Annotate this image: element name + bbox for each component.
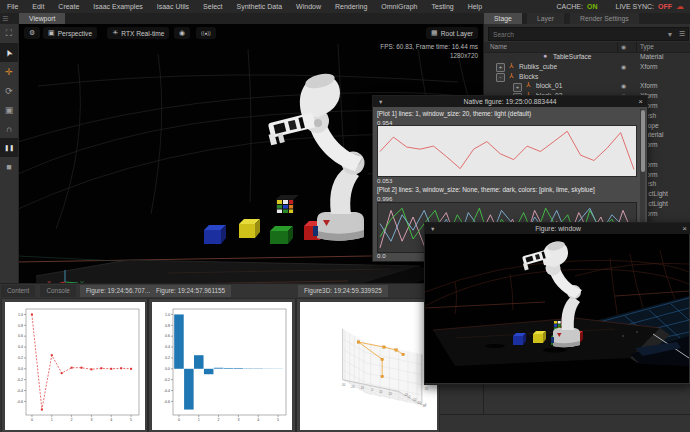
menu-testing[interactable]: Testing [424, 3, 460, 10]
block-yellow [239, 219, 260, 238]
visibility-eye-icon[interactable]: ◉ [621, 63, 626, 70]
column-type: Type [640, 43, 654, 50]
close-icon[interactable]: × [682, 224, 687, 234]
menu-omnigraph[interactable]: OmniGraph [374, 3, 424, 10]
figure-panel-1: 1.00.80.60.40.20.0-0.2-0.4-0.6012345 [1, 298, 148, 432]
tab-viewport[interactable]: Viewport [19, 13, 65, 24]
menu-edit[interactable]: Edit [25, 3, 51, 10]
cursor-select-icon[interactable]: ➤ [0, 43, 18, 62]
prim-name: TableSurface [553, 53, 592, 60]
tab-stage[interactable]: Stage [484, 13, 522, 24]
menu-items: FileEditCreateIsaac ExamplesIsaac UtilsS… [0, 3, 489, 10]
plot1-min-label: 0.053 [377, 177, 392, 184]
root-layer-label: Root Layer [441, 30, 473, 37]
close-icon[interactable]: × [638, 97, 643, 107]
prim-name: block_01 [536, 82, 562, 89]
cursor-select-icon: ➤ [3, 47, 15, 58]
menu-rendering[interactable]: Rendering [328, 3, 374, 10]
tree-row-tablesurface[interactable]: ●TableSurfaceMaterial [484, 52, 690, 62]
select-mode-icon[interactable]: ⛶ [0, 24, 18, 43]
rotate-tool-icon[interactable]: ⟳ [0, 81, 18, 100]
svg-text:2: 2 [71, 418, 73, 422]
pause-button-icon[interactable]: ❚❚ [0, 138, 18, 157]
menu-isaac-examples[interactable]: Isaac Examples [86, 3, 149, 10]
layer-grid-icon: ▦ [431, 29, 438, 37]
prim-type: Material [640, 53, 663, 60]
eye-icon: ◉ [179, 29, 185, 37]
tab-content[interactable]: Content [1, 285, 35, 297]
figure-window-scene [425, 234, 689, 383]
svg-text:-0.6: -0.6 [17, 400, 23, 404]
tree-row-block-01[interactable]: +⅄block_01◉Xform [484, 81, 690, 91]
tree-row-rubiks-cube[interactable]: +⅄Rubiks_cube◉Xform [484, 62, 690, 72]
live-sync-label: LIVE SYNC: [615, 3, 654, 10]
svg-text:0.4: 0.4 [18, 345, 23, 349]
search-input[interactable] [489, 29, 664, 39]
figure-window: ▼ Figure: window × [424, 222, 690, 385]
svg-text:0.0: 0.0 [165, 367, 170, 371]
cloud-icon[interactable]: ☁ [676, 2, 684, 11]
menu-create[interactable]: Create [51, 3, 86, 10]
menu-select[interactable]: Select [196, 3, 229, 10]
list-options-icon[interactable]: ☰ [676, 30, 688, 38]
svg-text:-30: -30 [341, 383, 346, 387]
tab-console[interactable]: Console [40, 285, 75, 297]
tab-render-settings[interactable]: Render Settings [570, 13, 639, 24]
renderer-selector-button[interactable]: ☀ RTX Real-time [107, 27, 169, 39]
menu-file[interactable]: File [0, 3, 25, 10]
menu-help[interactable]: Help [461, 3, 489, 10]
select-mode-icon: ⛶ [6, 28, 12, 39]
snap-tool-icon: ∩ [6, 124, 12, 134]
tree-row-blocks[interactable]: -⅄Blocks [484, 72, 690, 82]
visibility-button[interactable]: ◉ [174, 27, 190, 39]
tab-figure-19-24-57-961155[interactable]: Figure: 19:24:57.961155 [150, 285, 231, 297]
svg-text:1: 1 [198, 418, 200, 422]
scrollbar-thumb[interactable] [641, 110, 645, 172]
fps-readout: FPS: 60.83, Frame time: 16.44 ms [380, 43, 478, 50]
column-name: Name [490, 43, 507, 50]
search-bar: ▼ ☰ [488, 27, 689, 41]
svg-text:0.6: 0.6 [18, 334, 23, 338]
plot1-canvas [377, 125, 637, 177]
scale-tool-icon[interactable]: ▣ [0, 100, 18, 119]
collapse-icon[interactable]: ▼ [430, 226, 435, 232]
svg-text:-0.2: -0.2 [164, 378, 170, 382]
svg-text:4: 4 [110, 418, 112, 422]
plot2-header: [Plot 2] lines: 3, window_size: None, th… [377, 186, 595, 193]
viewport-settings-button[interactable]: ⚙ [24, 27, 40, 39]
xform-gizmo-icon: ⅄ [509, 62, 513, 70]
figure-window-titlebar[interactable]: ▼ Figure: window × [425, 223, 690, 234]
tab-layer[interactable]: Layer [527, 13, 564, 24]
gear-icon: ⚙ [29, 29, 35, 37]
figure-3d-chart: -30-20-1001020-1001020300204060 [300, 302, 437, 430]
root-layer-button[interactable]: ▦ Root Layer [426, 27, 478, 39]
camera-label: Perspective [58, 30, 92, 37]
menu-synthetic-data[interactable]: Synthetic Data [230, 3, 290, 10]
tab-figure-19-24-56-707[interactable]: Figure: 19:24:56.707... [80, 285, 156, 297]
svg-text:10: 10 [379, 390, 383, 394]
left-toolbar: ⛶➤✛⟳▣∩❚❚■ [0, 24, 19, 283]
filter-icon[interactable]: ▼ [664, 31, 676, 38]
svg-text:1.0: 1.0 [18, 313, 23, 317]
stop-button-icon[interactable]: ■ [0, 157, 18, 176]
svg-text:0.6: 0.6 [165, 334, 170, 338]
native-figure-title: Native figure: 19:25:00.883444 [373, 98, 647, 105]
visibility-eye-icon[interactable]: ◉ [621, 82, 626, 89]
snap-tool-icon[interactable]: ∩ [0, 119, 18, 138]
move-tool-icon[interactable]: ✛ [0, 62, 18, 81]
collapse-icon[interactable]: ▼ [378, 99, 383, 105]
svg-text:20: 20 [418, 401, 422, 405]
menu-window[interactable]: Window [289, 3, 328, 10]
scale-tool-icon: ▣ [5, 105, 14, 115]
menu-isaac-utils[interactable]: Isaac Utils [150, 3, 196, 10]
dock-grip-icon[interactable]: ☰ [2, 15, 16, 23]
svg-text:0.2: 0.2 [165, 356, 170, 360]
waypoint-button[interactable]: ((●)) [196, 27, 216, 39]
tab-strip: ☰ Viewport StageLayerRender Settings [0, 13, 690, 24]
isaac-sim-window: FileEditCreateIsaac ExamplesIsaac UtilsS… [0, 0, 690, 432]
figure-panel-2: 1.00.80.60.40.20.0-0.2-0.4-0.6012345 [148, 298, 296, 432]
tab-figure3d-19-24-59-339925[interactable]: Figure3D: 19:24:59.339925 [298, 285, 388, 297]
native-figure-titlebar[interactable]: ▼ Native figure: 19:25:00.883444 × [373, 96, 647, 107]
camera-selector-button[interactable]: ▣ Perspective [43, 27, 97, 39]
figure-window-title: Figure: window [425, 225, 690, 232]
